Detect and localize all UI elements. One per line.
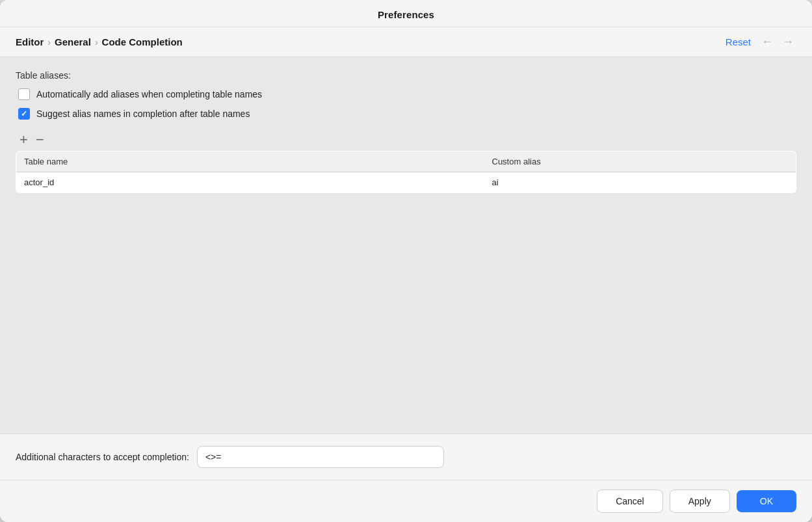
- completion-input[interactable]: [197, 446, 444, 468]
- dialog-title: Preferences: [13, 9, 799, 20]
- breadcrumb-part1: Editor: [16, 36, 44, 47]
- breadcrumb-part2: General: [55, 36, 91, 47]
- checkbox-auto-alias-label: Automatically add aliases when completin…: [36, 89, 262, 99]
- alias-table: Table name Custom alias actor_id ai: [16, 151, 796, 193]
- content-area: Table aliases: Automatically add aliases…: [0, 57, 812, 434]
- reset-button[interactable]: Reset: [726, 36, 751, 47]
- cell-custom-alias: ai: [484, 172, 796, 193]
- checkbox-row-2[interactable]: Suggest alias names in completion after …: [16, 108, 796, 120]
- checkbox-suggest-alias-label: Suggest alias names in completion after …: [36, 109, 250, 119]
- breadcrumb-bar: Editor › General › Code Completion Reset…: [0, 27, 812, 57]
- table-controls: + −: [18, 133, 796, 147]
- breadcrumb-sep2: ›: [95, 37, 98, 47]
- cancel-button[interactable]: Cancel: [597, 489, 663, 513]
- ok-button[interactable]: OK: [737, 490, 796, 512]
- breadcrumb: Editor › General › Code Completion: [16, 36, 183, 47]
- checkbox-auto-alias[interactable]: [18, 88, 30, 100]
- cell-table-name: actor_id: [16, 172, 484, 193]
- remove-alias-button[interactable]: −: [34, 133, 46, 147]
- section-label: Table aliases:: [16, 70, 796, 81]
- checkbox-row-1[interactable]: Automatically add aliases when completin…: [16, 88, 796, 100]
- footer-bar: Cancel Apply OK: [0, 480, 812, 522]
- back-button[interactable]: ←: [759, 34, 776, 50]
- checkbox-suggest-alias[interactable]: [18, 108, 30, 120]
- nav-arrows: ← →: [759, 34, 796, 50]
- forward-button[interactable]: →: [779, 34, 796, 50]
- completion-label: Additional characters to accept completi…: [16, 452, 189, 462]
- breadcrumb-part3: Code Completion: [102, 36, 183, 47]
- col-header-custom-alias: Custom alias: [484, 151, 796, 172]
- breadcrumb-sep1: ›: [47, 37, 51, 47]
- breadcrumb-actions: Reset ← →: [726, 34, 796, 50]
- table-row: actor_id ai: [16, 172, 796, 193]
- apply-button[interactable]: Apply: [670, 489, 730, 513]
- completion-row: Additional characters to accept completi…: [16, 446, 796, 468]
- bottom-section: Additional characters to accept completi…: [0, 434, 812, 480]
- table-header-row: Table name Custom alias: [16, 151, 796, 172]
- preferences-dialog: Preferences Editor › General › Code Comp…: [0, 0, 812, 522]
- add-alias-button[interactable]: +: [18, 133, 29, 147]
- col-header-table-name: Table name: [16, 151, 484, 172]
- title-bar: Preferences: [0, 0, 812, 27]
